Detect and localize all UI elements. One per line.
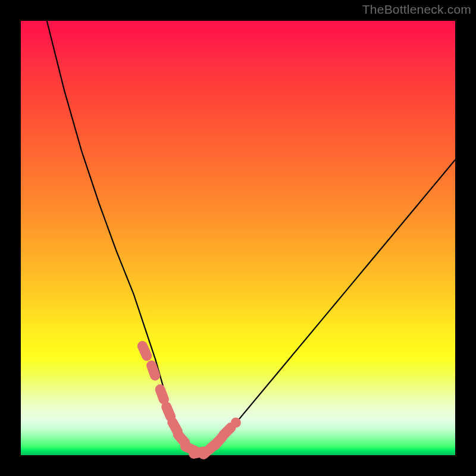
highlight-dot	[160, 389, 164, 399]
highlight-dot	[142, 346, 146, 356]
watermark-text: TheBottleneck.com	[362, 2, 471, 17]
highlight-dot	[223, 428, 231, 436]
highlight-dot	[178, 435, 185, 443]
bottleneck-curve	[47, 21, 455, 453]
chart-overlay	[21, 21, 455, 455]
highlight-dot	[152, 365, 155, 375]
highlight-dot	[167, 407, 171, 417]
chart-stage: TheBottleneck.com	[0, 0, 476, 476]
